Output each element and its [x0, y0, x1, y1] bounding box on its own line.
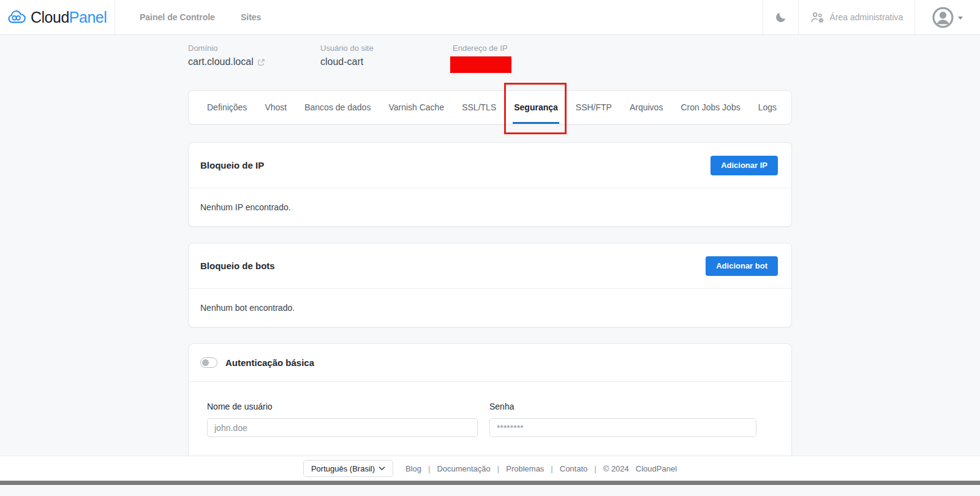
- site-user-info: Usuário do site cloud-cart: [320, 44, 453, 79]
- nav-control-panel[interactable]: Painel de Controle: [140, 12, 215, 22]
- language-select[interactable]: Português (Brasil): [303, 460, 393, 477]
- main-nav: Painel de Controle Sites: [115, 0, 261, 34]
- tab-ssh-ftp[interactable]: SSH/FTP: [576, 91, 612, 124]
- site-user-value: cloud-cart: [320, 56, 453, 67]
- bot-empty-message: Nenhum bot encontrado.: [200, 303, 295, 313]
- tab-logs[interactable]: Logs: [758, 91, 777, 124]
- basic-auth-title: Autenticação básica: [225, 357, 314, 368]
- moon-icon: [775, 11, 787, 23]
- username-field-group: Nome de usuário: [207, 402, 478, 437]
- brand-name: CloudPanel: [31, 9, 107, 26]
- ip-info: Endereço de IP: [453, 44, 585, 79]
- admin-area-link[interactable]: Área administrativa: [798, 0, 914, 34]
- user-menu[interactable]: [914, 0, 980, 34]
- site-user-label: Usuário do site: [320, 44, 453, 53]
- tab-seguranca[interactable]: Segurança: [514, 91, 558, 124]
- footer-brand: CloudPanel: [636, 464, 677, 473]
- footer-link-documentacao[interactable]: Documentação: [437, 464, 490, 473]
- top-header: CloudPanel Painel de Controle Sites: [0, 0, 980, 35]
- language-select-value: Português (Brasil): [311, 464, 375, 473]
- password-label: Senha: [489, 402, 756, 411]
- tab-seguranca-label: Segurança: [514, 102, 558, 112]
- footer-separator: |: [551, 464, 552, 473]
- cloud-logo-icon: [7, 10, 26, 24]
- site-tabs: Definições Vhost Bancos de dados Varnish…: [188, 90, 792, 124]
- tab-bancos-de-dados[interactable]: Bancos de dados: [304, 91, 371, 124]
- footer-link-problemas[interactable]: Problemas: [506, 464, 544, 473]
- tab-cron-jobs[interactable]: Cron Jobs Jobs: [680, 91, 740, 124]
- bot-blocking-card: Bloqueio de bots Adicionar bot Nenhum bo…: [188, 243, 792, 327]
- bot-blocking-title: Bloqueio de bots: [200, 261, 275, 271]
- footer-copyright: © 2024: [603, 464, 629, 473]
- footer-separator: |: [428, 464, 430, 473]
- ip-redaction-box: [450, 56, 511, 73]
- toggle-knob: [202, 359, 209, 366]
- dark-mode-toggle[interactable]: [763, 0, 798, 34]
- user-avatar-icon: [932, 7, 954, 28]
- domain-label: Domínio: [188, 44, 320, 53]
- footer-link-blog[interactable]: Blog: [405, 464, 421, 473]
- tab-varnish-cache[interactable]: Varnish Cache: [388, 91, 444, 124]
- ip-empty-message: Nenhum IP encontrado.: [200, 202, 291, 212]
- footer: Português (Brasil) Blog | Documentação |…: [0, 456, 980, 481]
- ip-blocking-card: Bloqueio de IP Adicionar IP Nenhum IP en…: [188, 142, 792, 227]
- footer-separator: |: [497, 464, 499, 473]
- password-input[interactable]: [489, 418, 756, 437]
- password-field-group: Senha: [489, 402, 756, 437]
- caret-down-icon: [958, 17, 963, 20]
- username-label: Nome de usuário: [207, 402, 478, 411]
- tab-ssl-tls[interactable]: SSL/TLS: [462, 91, 496, 124]
- chevron-down-icon: [379, 466, 385, 471]
- admin-area-label: Área administrativa: [830, 12, 903, 22]
- basic-auth-toggle[interactable]: [200, 357, 217, 368]
- tab-vhost[interactable]: Vhost: [265, 91, 287, 124]
- footer-link-contato[interactable]: Contato: [560, 464, 588, 473]
- ip-label: Endereço de IP: [453, 44, 585, 53]
- users-gear-icon: [810, 12, 824, 23]
- ip-blocking-title: Bloqueio de IP: [200, 160, 264, 170]
- footer-separator: |: [594, 464, 596, 473]
- window-bottom-edge: [0, 481, 980, 485]
- add-ip-button[interactable]: Adicionar IP: [710, 156, 778, 175]
- header-right: Área administrativa: [763, 0, 980, 34]
- footer-links: Blog | Documentação | Problemas | Contat…: [405, 464, 677, 473]
- site-info-row: Domínio cart.cloud.local Usuário do site…: [188, 44, 792, 79]
- active-tab-underline: [513, 122, 559, 124]
- username-input[interactable]: [207, 418, 478, 437]
- external-link-icon[interactable]: [257, 58, 265, 66]
- header-spacer: [261, 0, 763, 34]
- domain-value: cart.cloud.local: [188, 56, 254, 67]
- tab-arquivos[interactable]: Arquivos: [630, 91, 663, 124]
- add-bot-button[interactable]: Adicionar bot: [706, 256, 778, 276]
- nav-sites[interactable]: Sites: [241, 12, 261, 22]
- domain-info: Domínio cart.cloud.local: [188, 44, 320, 79]
- tab-definicoes[interactable]: Definições: [207, 91, 247, 124]
- brand-logo[interactable]: CloudPanel: [0, 0, 115, 34]
- basic-auth-card: Autenticação básica Nome de usuário Senh…: [188, 343, 792, 456]
